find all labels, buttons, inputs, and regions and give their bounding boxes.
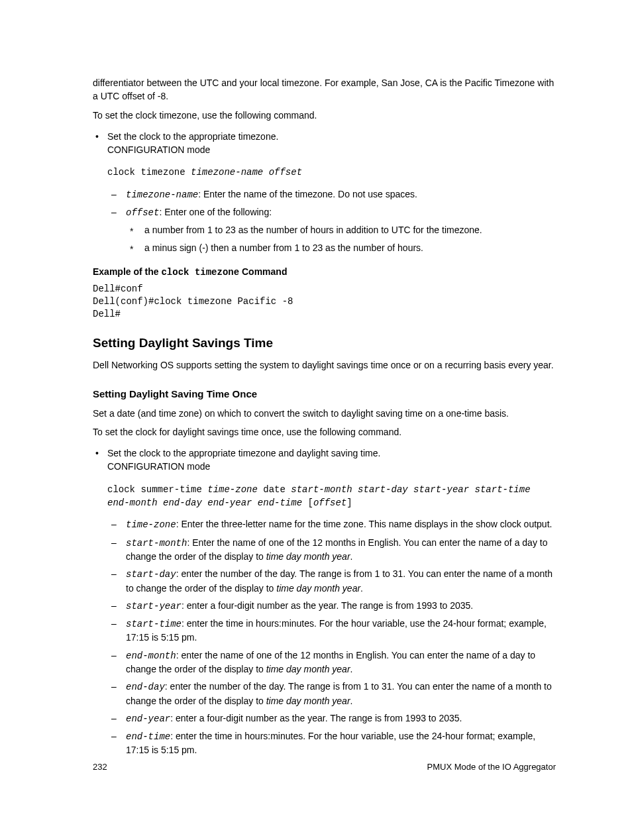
- tz-param2-name: offset: [126, 207, 159, 218]
- tz-cmd-args: timezone-name offset: [191, 167, 302, 178]
- dst-param-start-time: start-time: enter the time in hours:minu…: [107, 617, 556, 645]
- dst-param-end-year: end-year: enter a four-digit number as t…: [107, 711, 556, 725]
- dst-param-list: time-zone: Enter the three-letter name f…: [107, 517, 556, 757]
- dst-cmd-l1b: time-zone: [207, 484, 258, 495]
- tz-command: clock timezone timezone-name offset: [107, 166, 556, 179]
- page-number: 232: [93, 761, 107, 774]
- dst-cmd-l1c: date: [258, 484, 291, 495]
- dst-cmd-l1d: start-month start-day start-year start-t…: [291, 484, 530, 495]
- tz-param-2: offset: Enter one of the following: a nu…: [107, 205, 556, 254]
- footer-title: PMUX Mode of the IO Aggregator: [427, 761, 556, 774]
- dst-param-end-month: end-month: enter the name of one of the …: [107, 649, 556, 676]
- dst-param-end-time: end-time: enter the time in hours:minute…: [107, 729, 556, 757]
- dst-param-start-year: start-year: enter a four-digit number as…: [107, 599, 556, 613]
- dst-param-time-zone: time-zone: Enter the three-letter name f…: [107, 517, 556, 531]
- tz-param-1: timezone-name: Enter the name of the tim…: [107, 187, 556, 201]
- tz-line2: CONFIGURATION mode: [107, 144, 210, 155]
- dst-param-start-day: start-day: enter the number of the day. …: [107, 567, 556, 595]
- dst-line2: CONFIGURATION mode: [107, 461, 210, 472]
- tz-line1: Set the clock to the appropriate timezon…: [107, 131, 278, 142]
- tz-param1-name: timezone-name: [126, 189, 198, 200]
- tz-offset-opt2: a minus sign (-) then a number from 1 to…: [126, 241, 556, 254]
- tz-offset-opt1: a number from 1 to 23 as the number of h…: [126, 223, 556, 236]
- dst-cmd-l2a: end-month end-day end-year end-time: [107, 498, 302, 508]
- dst-param-end-day: end-day: enter the number of the day. Th…: [107, 680, 556, 708]
- tz-cmd-prefix: clock timezone: [107, 167, 191, 178]
- example-heading-cmd: clock timezone: [161, 267, 239, 278]
- example-heading-suffix: Command: [239, 266, 287, 277]
- dst-cmd-l2b: [: [302, 498, 313, 508]
- dst-bullet-list: Set the clock to the appropriate timezon…: [93, 446, 556, 757]
- tz-param1-desc: : Enter the name of the timezone. Do not…: [198, 189, 417, 199]
- dst-paragraph-3: To set the clock for daylight savings ti…: [93, 425, 556, 439]
- example-code-block: Dell#conf Dell(conf)#clock timezone Paci…: [93, 283, 556, 321]
- dst-command: clock summer-time time-zone date start-m…: [107, 483, 556, 510]
- dst-cmd-l1a: clock summer-time: [107, 484, 207, 495]
- dst-line1: Set the clock to the appropriate timezon…: [107, 448, 380, 458]
- dst-paragraph-2: Set a date (and time zone) on which to c…: [93, 407, 556, 420]
- dst-cmd-l2d: ]: [346, 498, 352, 508]
- tz-param2-desc: : Enter one of the following:: [159, 207, 272, 217]
- timezone-bullet-list: Set the clock to the appropriate timezon…: [93, 130, 556, 254]
- dst-cmd-l2c: offset: [313, 498, 346, 508]
- intro-paragraph-2: To set the clock timezone, use the follo…: [93, 109, 556, 122]
- dst-param-start-month: start-month: Enter the name of one of th…: [107, 536, 556, 564]
- intro-paragraph-1: differentiator between the UTC and your …: [93, 76, 556, 103]
- dst-once-heading: Setting Daylight Saving Time Once: [93, 387, 556, 401]
- example-heading-prefix: Example of the: [93, 266, 161, 277]
- tz-param-list: timezone-name: Enter the name of the tim…: [107, 187, 556, 254]
- tz-offset-options: a number from 1 to 23 as the number of h…: [126, 223, 556, 254]
- example-heading: Example of the clock timezone Command: [93, 265, 556, 279]
- dst-paragraph-1: Dell Networking OS supports setting the …: [93, 358, 556, 372]
- page-footer: 232 PMUX Mode of the IO Aggregator: [93, 761, 556, 774]
- dst-heading: Setting Daylight Savings Time: [93, 334, 556, 352]
- page: differentiator between the UTC and your …: [0, 0, 632, 840]
- timezone-bullet-item: Set the clock to the appropriate timezon…: [93, 130, 556, 254]
- dst-bullet-item: Set the clock to the appropriate timezon…: [93, 446, 556, 757]
